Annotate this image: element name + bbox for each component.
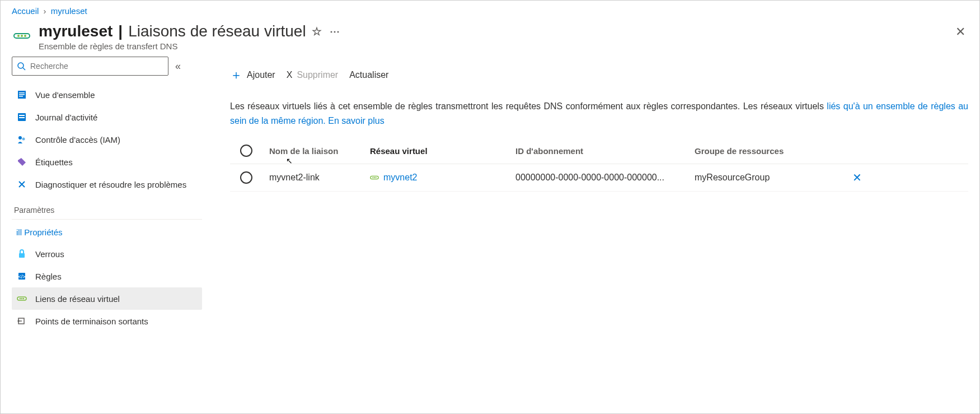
ruleset-icon xyxy=(12,26,32,46)
more-menu-icon[interactable]: ⋯ xyxy=(330,25,340,38)
search-icon xyxy=(17,62,26,71)
svg-point-19 xyxy=(20,298,21,299)
select-all-radio[interactable] xyxy=(240,145,252,157)
breadcrumb-home[interactable]: Accueil xyxy=(12,6,39,16)
sidebar-item-label: Diagnostiquer et résoudre les problèmes xyxy=(35,180,186,189)
cell-vnet-link[interactable]: myvnet2 xyxy=(370,173,515,183)
close-blade-button[interactable]: ✕ xyxy=(955,25,965,39)
sidebar-item-diagnose[interactable]: Diagnostiquer et résoudre les problèmes xyxy=(12,173,202,196)
sidebar-item-overview[interactable]: Vue d'ensemble xyxy=(12,83,202,106)
refresh-button-label: Actualiser xyxy=(349,70,388,80)
delete-x-icon: X xyxy=(287,70,293,80)
sidebar-item-label: Contrôle d'accès (IAM) xyxy=(35,135,120,145)
table-row: myvnet2-link myvnet2 00000000-0000-0000-… xyxy=(230,164,968,192)
info-text-part-a: Les réseaux virtuels liés à cet ensemble… xyxy=(230,101,827,111)
svg-rect-8 xyxy=(19,94,25,95)
sidebar-item-rules[interactable]: </> Règles xyxy=(12,265,202,287)
favorite-star-icon[interactable]: ☆ xyxy=(312,25,322,38)
sidebar-item-properties[interactable]: ill Propriétés xyxy=(12,222,202,243)
add-button[interactable]: ＋ Ajouter xyxy=(230,67,275,83)
svg-point-25 xyxy=(374,177,375,178)
sidebar-item-label: Journal d'activité xyxy=(35,113,97,122)
svg-point-2 xyxy=(21,35,23,37)
vnet-icon xyxy=(370,173,379,182)
page-header: myruleset | Liaisons de réseau virtuel ☆… xyxy=(1,19,979,57)
breadcrumb-current[interactable]: myruleset xyxy=(51,6,87,16)
cell-subscription-id: 00000000-0000-0000-0000-000000... xyxy=(515,173,695,183)
svg-rect-11 xyxy=(19,115,25,116)
svg-rect-9 xyxy=(19,96,23,97)
activity-log-icon xyxy=(16,111,27,123)
overview-icon xyxy=(16,89,27,100)
page-title: Liaisons de réseau virtuel xyxy=(128,22,306,40)
vnet-links-icon xyxy=(16,293,27,304)
col-link-name[interactable]: Nom de la liaison xyxy=(269,146,370,156)
sidebar-item-tags[interactable]: Étiquettes xyxy=(12,151,202,173)
sidebar-item-locks[interactable]: Verrous xyxy=(12,243,202,265)
sidebar-item-label: Points de terminaison sortants xyxy=(35,317,148,326)
tags-icon xyxy=(16,156,27,168)
main-content: ＋ Ajouter X Supprimer Actualiser Les rés… xyxy=(208,57,979,408)
sidebar-item-label: Étiquettes xyxy=(35,157,73,167)
sidebar-search[interactable] xyxy=(12,57,168,76)
sidebar-item-vnet-links[interactable]: Liens de réseau virtuel xyxy=(12,287,202,310)
sidebar-section-settings: Paramètres xyxy=(12,196,202,220)
sidebar-item-activity-log[interactable]: Journal d'activité xyxy=(12,106,202,128)
cell-link-name: myvnet2-link xyxy=(269,173,370,183)
delete-button-label: Supprimer xyxy=(297,70,338,80)
resource-type-label: Ensemble de règles de transfert DNS xyxy=(39,41,968,51)
svg-rect-12 xyxy=(19,117,25,118)
sidebar-item-outbound-endpoints[interactable]: Points de terminaison sortants xyxy=(12,310,202,332)
lock-icon xyxy=(16,248,27,259)
svg-point-14 xyxy=(22,138,25,141)
svg-point-1 xyxy=(17,35,20,37)
sidebar-search-input[interactable] xyxy=(30,62,163,71)
select-row-radio[interactable] xyxy=(240,171,252,184)
svg-point-26 xyxy=(376,177,377,178)
sidebar-item-label: Vue d'ensemble xyxy=(35,90,95,100)
info-text: Les réseaux virtuels liés à cet ensemble… xyxy=(230,94,968,138)
col-vnet[interactable]: Réseau virtuel xyxy=(370,146,515,156)
col-resource-group[interactable]: Groupe de ressources xyxy=(695,146,840,156)
svg-point-24 xyxy=(372,177,373,178)
vnet-links-table: Nom de la liaison Réseau virtuel ID d'ab… xyxy=(230,138,968,192)
iam-icon xyxy=(16,134,27,145)
collapse-sidebar-icon[interactable]: « xyxy=(175,61,181,72)
svg-rect-7 xyxy=(19,92,25,94)
sidebar-item-label: ill Propriétés xyxy=(16,227,63,237)
table-header-row: Nom de la liaison Réseau virtuel ID d'ab… xyxy=(230,138,968,164)
breadcrumb-separator: › xyxy=(44,6,46,16)
title-separator: | xyxy=(118,22,123,40)
plus-icon: ＋ xyxy=(230,67,242,83)
sidebar-item-label: Liens de réseau virtuel xyxy=(35,294,120,304)
svg-point-21 xyxy=(23,298,24,299)
breadcrumb: Accueil › myruleset xyxy=(1,1,979,19)
delete-button[interactable]: X Supprimer xyxy=(287,70,338,80)
svg-point-13 xyxy=(18,136,22,139)
svg-point-3 xyxy=(24,35,26,37)
svg-rect-15 xyxy=(19,253,25,258)
resource-name: myruleset xyxy=(39,22,112,40)
outbound-icon xyxy=(16,315,27,327)
add-button-label: Ajouter xyxy=(247,70,275,80)
cell-vnet-name: myvnet2 xyxy=(383,173,417,183)
diagnose-icon xyxy=(16,179,27,190)
delete-row-button[interactable]: ✕ xyxy=(840,171,874,184)
cell-resource-group: myResourceGroup xyxy=(695,173,840,183)
cursor-indicator: ↖ xyxy=(286,156,293,165)
sidebar-item-label: Règles xyxy=(35,272,62,281)
col-subscription-id[interactable]: ID d'abonnement xyxy=(515,146,695,156)
sidebar: « Vue d'ensemble Journal d'activité Cont… xyxy=(1,57,208,408)
rules-icon: </> xyxy=(16,271,27,282)
svg-line-5 xyxy=(23,68,25,70)
sidebar-item-iam[interactable]: Contrôle d'accès (IAM) xyxy=(12,128,202,151)
svg-text:</>: </> xyxy=(18,274,25,280)
toolbar: ＋ Ajouter X Supprimer Actualiser xyxy=(230,57,968,94)
refresh-button[interactable]: Actualiser xyxy=(349,70,388,80)
svg-point-4 xyxy=(18,63,24,68)
sidebar-item-label: Verrous xyxy=(35,249,64,259)
svg-point-20 xyxy=(21,298,22,299)
